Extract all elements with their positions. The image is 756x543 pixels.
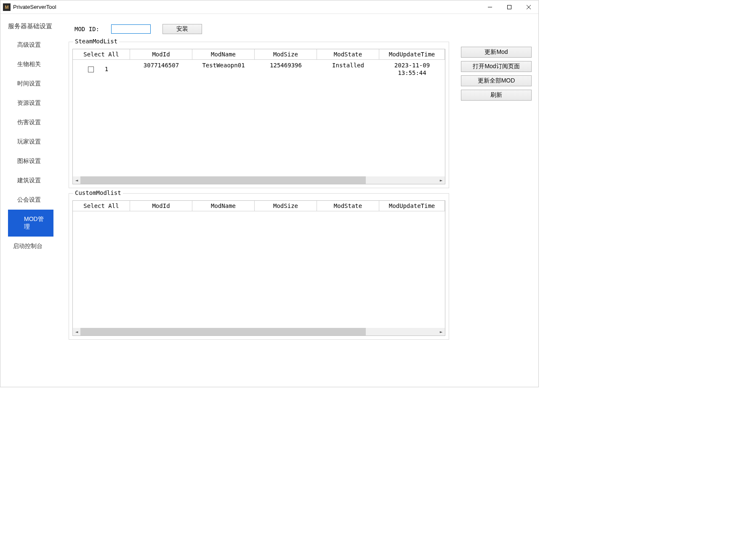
sidebar-item-0[interactable]: 高级设置 — [0, 35, 69, 55]
close-button[interactable] — [519, 0, 538, 14]
steam-mod-table: Select All ModId ModName ModSize ModStat… — [72, 49, 445, 184]
col-mod-size[interactable]: ModSize — [255, 201, 317, 211]
sidebar-item-9[interactable]: MOD管理 — [8, 210, 53, 237]
install-button[interactable]: 安装 — [162, 24, 202, 34]
refresh-button[interactable]: 刷新 — [461, 90, 532, 101]
sidebar-item-2[interactable]: 时间设置 — [0, 74, 69, 93]
row-index: 1 — [98, 66, 115, 73]
cell-mod-time: 2023-11-0913:55:44 — [379, 60, 445, 78]
cell-mod-name: TestWeaopn01 — [192, 60, 255, 78]
row-checkbox[interactable] — [88, 67, 94, 72]
update-mod-button[interactable]: 更新Mod — [461, 47, 532, 58]
scroll-right-icon[interactable]: ► — [437, 328, 445, 335]
col-mod-update-time[interactable]: ModUpdateTime — [379, 201, 445, 211]
titlebar: M PrivateServerTool — [0, 0, 538, 14]
sidebar: 服务器基础设置 高级设置生物相关时间设置资源设置伤害设置玩家设置图标设置建筑设置… — [0, 14, 69, 387]
col-mod-name[interactable]: ModName — [192, 201, 255, 211]
col-mod-size[interactable]: ModSize — [255, 49, 317, 60]
maximize-button[interactable] — [500, 0, 519, 14]
scroll-right-icon[interactable]: ► — [437, 176, 445, 184]
open-sub-page-button[interactable]: 打开Mod订阅页面 — [461, 61, 532, 72]
custom-mod-list-legend: CustomModlist — [73, 189, 123, 196]
sidebar-item-8[interactable]: 公会设置 — [0, 190, 69, 210]
sidebar-item-5[interactable]: 玩家设置 — [0, 132, 69, 152]
col-mod-state[interactable]: ModState — [317, 201, 379, 211]
scroll-left-icon[interactable]: ◄ — [73, 328, 80, 335]
col-mod-name[interactable]: ModName — [192, 49, 255, 60]
sidebar-item-10[interactable]: 启动控制台 — [0, 237, 69, 256]
sidebar-item-6[interactable]: 图标设置 — [0, 152, 69, 171]
sidebar-item-1[interactable]: 生物相关 — [0, 55, 69, 74]
minimize-button[interactable] — [480, 0, 500, 14]
svg-rect-1 — [508, 5, 511, 9]
col-select-all[interactable]: Select All — [73, 49, 130, 60]
scroll-thumb[interactable] — [80, 176, 366, 184]
cell-mod-id: 3077146507 — [130, 60, 192, 78]
custom-horizontal-scrollbar[interactable]: ◄ ► — [73, 328, 445, 335]
col-mod-id[interactable]: ModId — [130, 201, 192, 211]
col-mod-id[interactable]: ModId — [130, 49, 192, 60]
steam-mod-list-legend: SteamModList — [73, 38, 119, 45]
scroll-left-icon[interactable]: ◄ — [73, 176, 80, 184]
col-mod-state[interactable]: ModState — [317, 49, 379, 60]
table-row[interactable]: 13077146507TestWeaopn01125469396Installe… — [73, 60, 445, 78]
update-all-button[interactable]: 更新全部MOD — [461, 75, 532, 86]
mod-id-label: MOD ID: — [75, 26, 99, 32]
sidebar-item-3[interactable]: 资源设置 — [0, 93, 69, 113]
sidebar-header: 服务器基础设置 — [0, 19, 69, 35]
cell-mod-state: Installed — [317, 60, 379, 78]
mod-id-input[interactable] — [111, 24, 151, 34]
custom-mod-table: Select All ModId ModName ModSize ModStat… — [72, 200, 445, 336]
scroll-thumb[interactable] — [80, 328, 366, 335]
sidebar-item-4[interactable]: 伤害设置 — [0, 113, 69, 132]
col-mod-update-time[interactable]: ModUpdateTime — [379, 49, 445, 60]
steam-mod-list-group: SteamModList Select All ModId ModName Mo… — [69, 42, 449, 188]
window-title: PrivateServerTool — [13, 4, 480, 10]
col-select-all[interactable]: Select All — [73, 201, 130, 211]
app-icon: M — [3, 3, 11, 11]
sidebar-item-7[interactable]: 建筑设置 — [0, 171, 69, 190]
cell-mod-size: 125469396 — [255, 60, 317, 78]
steam-horizontal-scrollbar[interactable]: ◄ ► — [73, 176, 445, 184]
custom-mod-list-group: CustomModlist Select All ModId ModName M… — [69, 193, 449, 340]
